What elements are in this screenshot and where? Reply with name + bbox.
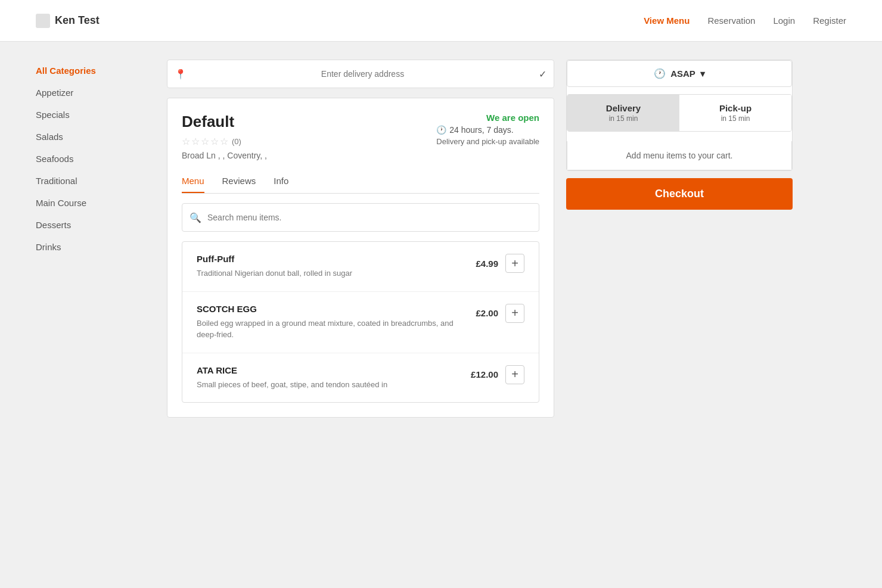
restaurant-status: We are open 🕐 24 hours, 7 days. Delivery… xyxy=(436,113,539,146)
address-bar: 📍 ✓ xyxy=(167,60,554,88)
restaurant-address: Broad Ln , , Coventry, , xyxy=(182,151,267,160)
delivery-sub: in 15 min xyxy=(577,114,670,123)
restaurant-tabs: Menu Reviews Info xyxy=(182,170,539,194)
tab-info[interactable]: Info xyxy=(274,170,288,193)
status-open: We are open xyxy=(436,113,539,123)
nav-login[interactable]: Login xyxy=(773,15,795,26)
hours-text: 24 hours, 7 days. xyxy=(449,125,513,135)
star-5: ☆ xyxy=(220,136,228,147)
menu-item-right-1: £2.00 + xyxy=(476,304,524,323)
menu-items-list: Puff-Puff Traditional Nigerian donut bal… xyxy=(182,241,539,403)
menu-item-info-1: SCOTCH EGG Boiled egg wrapped in a groun… xyxy=(197,304,476,341)
check-icon[interactable]: ✓ xyxy=(539,69,546,80)
pickup-title: Pick-up xyxy=(689,103,782,113)
sidebar-item-desserts[interactable]: Desserts xyxy=(36,214,155,236)
logo: Ken Test xyxy=(36,14,100,28)
nav-register[interactable]: Register xyxy=(813,15,846,26)
table-row: Puff-Puff Traditional Nigerian donut bal… xyxy=(182,242,539,292)
pickup-sub: in 15 min xyxy=(689,114,782,123)
table-row: SCOTCH EGG Boiled egg wrapped in a groun… xyxy=(182,292,539,353)
add-item-button-2[interactable]: + xyxy=(505,365,524,384)
logo-text: Ken Test xyxy=(55,14,100,27)
restaurant-info-left: Default ☆ ☆ ☆ ☆ ☆ (0) Broad Ln , , Coven… xyxy=(182,113,267,160)
add-item-button-0[interactable]: + xyxy=(505,254,524,273)
menu-item-desc-2: Small pieces of beef, goat, stipe, and t… xyxy=(197,379,461,391)
address-input[interactable] xyxy=(192,69,533,79)
star-1: ☆ xyxy=(182,136,190,147)
main-container: All Categories Appetizer Specials Salads… xyxy=(0,42,882,588)
delivery-info: Delivery and pick-up available xyxy=(436,137,539,146)
checkout-button[interactable]: Checkout xyxy=(566,178,793,210)
search-bar: 🔍 xyxy=(182,203,539,232)
clock-icon: 🕐 xyxy=(436,125,446,135)
restaurant-name: Default xyxy=(182,113,267,131)
time-selector[interactable]: 🕐 ASAP ▾ xyxy=(567,60,792,87)
add-item-button-1[interactable]: + xyxy=(505,304,524,323)
nav-view-menu[interactable]: View Menu xyxy=(644,15,690,26)
sidebar-item-specials[interactable]: Specials xyxy=(36,104,155,126)
star-4: ☆ xyxy=(210,136,219,147)
sidebar: All Categories Appetizer Specials Salads… xyxy=(36,60,155,570)
menu-item-right-0: £4.99 + xyxy=(476,254,524,273)
center-content: 📍 ✓ Default ☆ ☆ ☆ ☆ ☆ (0) Broad Ln , , C xyxy=(167,60,554,570)
menu-item-info-2: ATA RICE Small pieces of beef, goat, sti… xyxy=(197,365,471,391)
menu-item-price-1: £2.00 xyxy=(476,308,498,318)
tab-reviews[interactable]: Reviews xyxy=(222,170,256,193)
nav-reservation[interactable]: Reservation xyxy=(707,15,755,26)
menu-item-right-2: £12.00 + xyxy=(471,365,524,384)
pin-icon: 📍 xyxy=(175,69,187,80)
star-rating: ☆ ☆ ☆ ☆ ☆ (0) xyxy=(182,136,267,147)
clock-icon: 🕐 xyxy=(654,68,666,79)
sidebar-item-drinks[interactable]: Drinks xyxy=(36,236,155,258)
sidebar-item-main-course[interactable]: Main Course xyxy=(36,192,155,214)
sidebar-item-traditional[interactable]: Traditional xyxy=(36,170,155,192)
search-input[interactable] xyxy=(207,213,532,222)
menu-item-price-0: £4.99 xyxy=(476,259,498,269)
delivery-option-delivery[interactable]: Delivery in 15 min xyxy=(567,95,679,131)
delivery-options: Delivery in 15 min Pick-up in 15 min xyxy=(567,94,792,132)
menu-item-info-0: Puff-Puff Traditional Nigerian donut bal… xyxy=(197,254,476,279)
tab-menu[interactable]: Menu xyxy=(182,170,204,193)
menu-item-desc-0: Traditional Nigerian donut ball, rolled … xyxy=(197,267,466,279)
asap-label: ASAP xyxy=(670,69,695,79)
review-count: (0) xyxy=(232,137,241,146)
menu-item-name-0: Puff-Puff xyxy=(197,254,466,264)
restaurant-header: Default ☆ ☆ ☆ ☆ ☆ (0) Broad Ln , , Coven… xyxy=(182,113,539,160)
right-panel: 🕐 ASAP ▾ Delivery in 15 min Pick-up in 1… xyxy=(566,60,793,570)
sidebar-item-appetizer[interactable]: Appetizer xyxy=(36,82,155,104)
menu-item-name-2: ATA RICE xyxy=(197,365,461,375)
restaurant-card: Default ☆ ☆ ☆ ☆ ☆ (0) Broad Ln , , Coven… xyxy=(167,98,554,418)
delivery-option-pickup[interactable]: Pick-up in 15 min xyxy=(679,95,791,131)
sidebar-item-salads[interactable]: Salads xyxy=(36,126,155,148)
sidebar-item-all-categories[interactable]: All Categories xyxy=(36,60,155,82)
search-icon: 🔍 xyxy=(190,212,201,223)
menu-item-name-1: SCOTCH EGG xyxy=(197,304,466,314)
menu-item-desc-1: Boiled egg wrapped in a ground meat mixt… xyxy=(197,318,466,341)
sidebar-item-seafoods[interactable]: Seafoods xyxy=(36,148,155,170)
logo-icon xyxy=(36,14,50,28)
dropdown-arrow-icon: ▾ xyxy=(700,69,705,79)
header: Ken Test View Menu Reservation Login Reg… xyxy=(0,0,882,42)
cart-message: Add menu items to your cart. xyxy=(567,141,792,170)
status-hours: 🕐 24 hours, 7 days. xyxy=(436,125,539,135)
table-row: ATA RICE Small pieces of beef, goat, sti… xyxy=(182,353,539,403)
star-3: ☆ xyxy=(201,136,209,147)
main-nav: View Menu Reservation Login Register xyxy=(644,15,846,26)
cart-panel: 🕐 ASAP ▾ Delivery in 15 min Pick-up in 1… xyxy=(566,60,793,171)
menu-item-price-2: £12.00 xyxy=(471,369,498,379)
star-2: ☆ xyxy=(191,136,200,147)
delivery-title: Delivery xyxy=(577,103,670,113)
